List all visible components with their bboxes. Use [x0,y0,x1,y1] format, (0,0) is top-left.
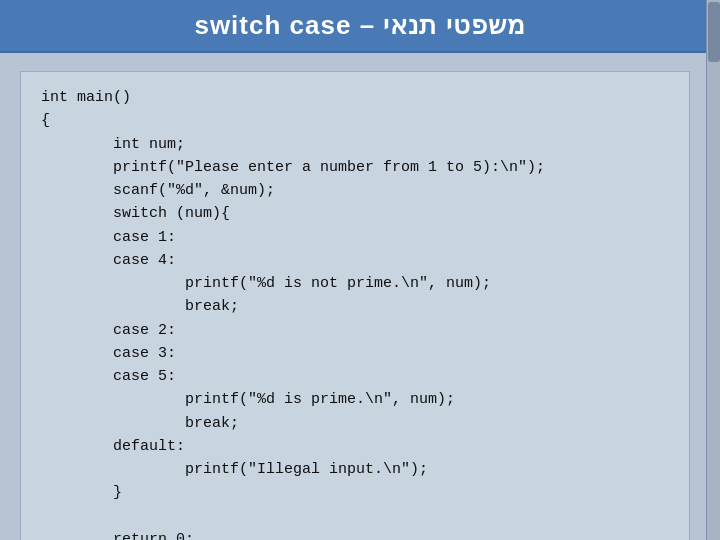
code-area: int main() { int num; printf("Please ent… [0,53,720,540]
slide-container: משפטי תנאי – switch case int main() { in… [0,0,720,540]
scrollbar-thumb[interactable] [708,2,720,62]
code-block: int main() { int num; printf("Please ent… [20,71,690,540]
scrollbar[interactable] [706,0,720,540]
slide-title: משפטי תנאי – switch case [0,0,720,53]
